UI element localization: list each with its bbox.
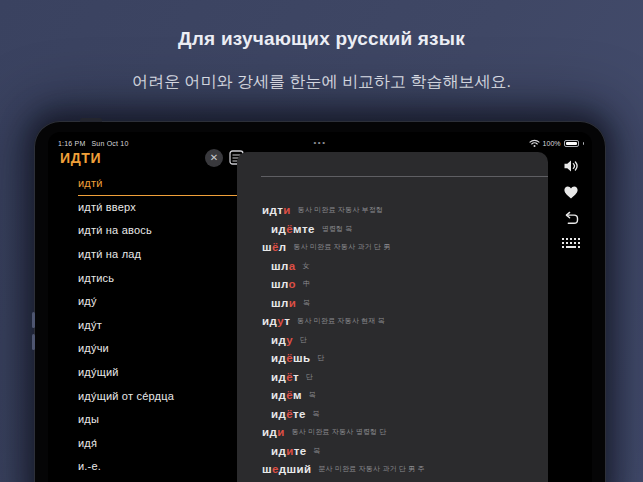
battery-cap	[583, 142, 585, 145]
conjugation-word: шла	[271, 260, 296, 272]
conjugation-row[interactable]: идём 복	[237, 386, 548, 405]
conjugation-tag: 분사 미완료 자동사 과거 단 男 주	[318, 464, 424, 474]
conjugation-list: идти 동사 미완료 자동사 부정형 идёмте 명령형 복 шёл 동사 …	[237, 177, 548, 479]
conjugation-word: идите	[271, 445, 306, 457]
sidebar-item[interactable]: иду́т	[78, 314, 237, 338]
conjugation-tag: 단	[300, 335, 307, 345]
ipad-device-frame: 1:16 PMSun Oct 10 ••• 100% ИДТИ ✕	[34, 121, 606, 482]
close-button[interactable]: ✕	[205, 149, 223, 167]
sidebar-item[interactable]: иду́чи	[78, 337, 237, 361]
sidebar-item-label: идти́ на лад	[78, 248, 141, 260]
ipad-screen: 1:16 PMSun Oct 10 ••• 100% ИДТИ ✕	[48, 132, 592, 482]
sidebar-item[interactable]: иду́щий	[78, 361, 237, 385]
sidebar-list: идти́ идти́ вверх идти́ на авось идти́ н…	[48, 172, 237, 479]
conjugation-tag: 단	[317, 353, 324, 363]
sidebar-item-label: идя́	[78, 437, 97, 449]
conjugation-tag: 동사 미완료 자동사 부정형	[298, 205, 384, 215]
conjugation-word: шли	[271, 297, 296, 309]
conjugation-word: шёл	[262, 241, 287, 253]
sidebar-item-label: иды	[78, 413, 99, 425]
conjugation-tag: 명령형 복	[322, 224, 353, 234]
sidebar-item[interactable]: идя́	[78, 432, 237, 456]
conjugation-tag: 동사 미완료 자동사 명령형 단	[292, 427, 387, 437]
conjugation-tag: 복	[313, 409, 320, 419]
sidebar-item-label: идти́	[78, 177, 103, 189]
conjugation-tag: 복	[313, 446, 320, 456]
conjugation-row[interactable]: идут 동사 미완료 자동사 현재 복	[237, 312, 548, 331]
side-toolbar	[555, 158, 587, 251]
sidebar-item-label: идтись	[78, 272, 114, 284]
conjugation-word: идти	[262, 204, 291, 216]
sidebar-item-label: иду́щий	[78, 366, 119, 378]
sidebar-item[interactable]: иду́	[78, 290, 237, 314]
sidebar-item[interactable]: идтись	[78, 266, 237, 290]
battery-percent: 100%	[543, 140, 561, 147]
conjugation-tag: 단	[306, 372, 313, 382]
conjugation-tag: 동사 미완료 자동사 현재 복	[297, 316, 385, 326]
conjugation-row[interactable]: идёмте 명령형 복	[237, 220, 548, 239]
conjugation-row[interactable]: иди 동사 미완료 자동사 명령형 단	[237, 423, 548, 442]
keyboard-icon[interactable]	[562, 236, 580, 251]
sidebar-item[interactable]: иды	[78, 408, 237, 432]
conjugation-row[interactable]: идёте 복	[237, 405, 548, 424]
conjugation-row[interactable]: идёшь 단	[237, 349, 548, 368]
conjugation-word: шло	[271, 278, 296, 290]
conjugation-row[interactable]: шёл 동사 미완료 자동사 과거 단 男	[237, 238, 548, 257]
app-header: ИДТИ ✕	[60, 149, 240, 169]
volume-up-button	[32, 312, 35, 328]
sidebar-item-label: идти́ на авось	[78, 224, 152, 236]
conjugation-tag: 中	[303, 279, 310, 289]
conjugation-row[interactable]: шедший 분사 미완료 자동사 과거 단 男 주	[237, 460, 548, 479]
sidebar-item-label: иду́	[78, 295, 97, 307]
status-time: 1:16 PM	[58, 140, 85, 147]
status-date: Sun Oct 10	[91, 140, 128, 147]
heart-icon[interactable]	[563, 184, 579, 199]
conjugation-row[interactable]: идти 동사 미완료 자동사 부정형	[237, 201, 548, 220]
conjugation-word: шедший	[262, 463, 311, 475]
wifi-icon	[529, 139, 540, 148]
conjugation-row[interactable]: идите 복	[237, 442, 548, 461]
status-indicators: 100%	[529, 139, 584, 148]
sidebar-item-label: идти́ вверх	[78, 201, 136, 213]
sidebar-item[interactable]: идти́ на авось	[78, 219, 237, 243]
conjugation-row[interactable]: идёт 단	[237, 368, 548, 387]
undo-icon[interactable]	[564, 210, 579, 225]
conjugation-word: иди	[262, 426, 285, 438]
volume-down-button	[32, 334, 35, 350]
conjugation-panel: идти 동사 미완료 자동사 부정형 идёмте 명령형 복 шёл 동사 …	[237, 152, 548, 482]
search-results-sidebar: идти́ идти́ вверх идти́ на авось идти́ н…	[48, 172, 237, 482]
sidebar-item[interactable]: иду́щий от се́рдца	[78, 384, 237, 408]
conjugation-word: идёмте	[271, 223, 315, 235]
conjugation-row[interactable]: шло 中	[237, 275, 548, 294]
headword-title: ИДТИ	[60, 150, 101, 166]
sidebar-item-label: и.-е.	[78, 460, 101, 472]
power-button	[80, 118, 102, 122]
conjugation-word: идёте	[271, 408, 306, 420]
conjugation-tag: 복	[309, 390, 316, 400]
conjugation-tag: 동사 미완료 자동사 과거 단 男	[294, 242, 391, 252]
conjugation-row[interactable]: иду 단	[237, 331, 548, 350]
status-time-date: 1:16 PMSun Oct 10	[58, 140, 135, 147]
conjugation-row[interactable]: шли 복	[237, 294, 548, 313]
multitask-handle[interactable]: •••	[314, 138, 327, 147]
speaker-icon[interactable]	[563, 158, 579, 173]
sidebar-item-label: иду́т	[78, 319, 102, 331]
sidebar-item-label: иду́чи	[78, 342, 109, 354]
conjugation-word: идёт	[271, 371, 299, 383]
sidebar-item[interactable]: идти́ на лад	[78, 243, 237, 267]
conjugation-word: идут	[262, 315, 290, 327]
sidebar-item-label: иду́щий от се́рдца	[78, 390, 174, 402]
sidebar-item[interactable]: и.-е.	[78, 455, 237, 479]
sidebar-item[interactable]: идти́	[78, 172, 237, 196]
conjugation-row[interactable]: шла 女	[237, 257, 548, 276]
page-subtitle: 어려운 어미와 강세를 한눈에 비교하고 학습해보세요.	[0, 72, 643, 93]
page-title: Для изучающих русский язык	[0, 28, 643, 50]
conjugation-word: идёшь	[271, 352, 310, 364]
conjugation-word: иду	[271, 334, 293, 346]
sidebar-item[interactable]: идти́ вверх	[78, 196, 237, 220]
conjugation-tag: 女	[303, 261, 310, 271]
conjugation-word: идём	[271, 389, 302, 401]
conjugation-tag: 복	[303, 298, 310, 308]
battery-icon	[564, 140, 579, 147]
